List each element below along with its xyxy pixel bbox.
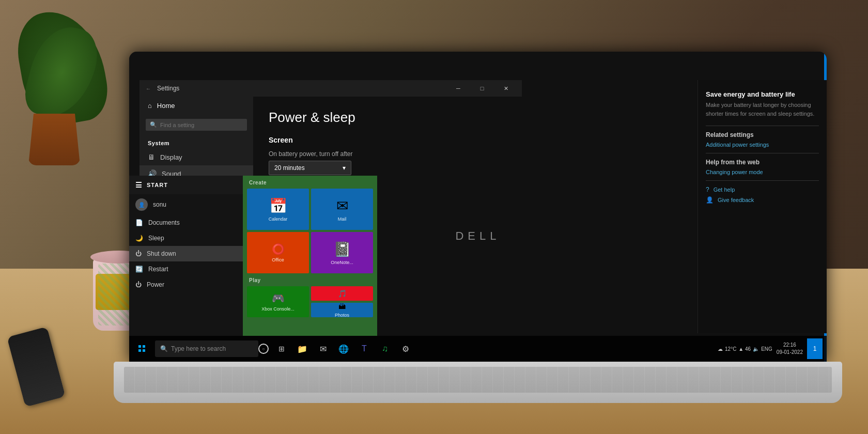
cloud-icon: ☁: [718, 346, 723, 352]
teams-icon[interactable]: T: [354, 338, 375, 359]
calendar-tile[interactable]: 📅 Calendar: [247, 189, 309, 230]
display-label: Display: [160, 153, 182, 161]
sleep-item[interactable]: 🌙 Sleep: [129, 230, 243, 246]
display-icon: 🖥: [148, 153, 155, 161]
sidebar-item-display[interactable]: 🖥 Display: [140, 149, 253, 165]
search-input[interactable]: [160, 122, 243, 128]
plant-decoration: [10, 10, 114, 165]
laptop-keyboard: [124, 367, 832, 393]
page-title: Power & sleep: [269, 110, 506, 126]
photos-tile[interactable]: 🏔 Photos: [311, 303, 373, 317]
start-menu-tiles: Create 📅 Calendar ✉ Mail ⭕: [243, 176, 377, 336]
spotify-icon[interactable]: ♫: [375, 338, 395, 359]
laptop: ← Settings ─ □ ✕: [129, 52, 827, 403]
sleep-label: Sleep: [148, 235, 164, 242]
changing-power-mode-link[interactable]: Changing power mode: [706, 169, 819, 175]
home-label: Home: [157, 102, 175, 110]
mail-tile[interactable]: ✉ Mail: [311, 189, 373, 230]
documents-icon: 📄: [135, 219, 143, 226]
cortana-icon: ○: [262, 347, 265, 351]
date-display: 09-01-2022: [777, 349, 803, 356]
titlebar-controls: ─ □ ✕: [446, 80, 518, 97]
home-icon: ⌂: [148, 102, 152, 110]
mail-taskbar-glyph: ✉: [320, 344, 327, 354]
office-label: Office: [272, 257, 284, 262]
mail-icon: ✉: [336, 197, 348, 214]
battery-value: 20 minutes: [274, 164, 305, 172]
task-view-button[interactable]: ⊞: [271, 338, 292, 359]
notification-button[interactable]: 1: [807, 338, 823, 359]
taskbar: 🔍 Type here to search ○ ⊞ 📁: [129, 336, 827, 362]
close-button[interactable]: ✕: [494, 80, 518, 97]
taskbar-search-icon: 🔍: [160, 345, 168, 352]
volume-icon[interactable]: 🔈: [753, 346, 759, 352]
divider-3: [706, 180, 819, 181]
get-help-item[interactable]: ? Get help: [706, 186, 819, 193]
calendar-label: Calendar: [269, 216, 288, 222]
window-title: Settings: [157, 85, 179, 92]
search-box[interactable]: 🔍: [146, 119, 247, 131]
temperature-display: 12°C: [725, 346, 736, 352]
maximize-button[interactable]: □: [470, 80, 494, 97]
gear-icon: ⚙: [402, 344, 409, 354]
groove-tile[interactable]: 🎵: [311, 286, 373, 301]
edge-icon[interactable]: 🌐: [333, 338, 354, 359]
battery-chevron-icon: ▾: [343, 164, 346, 172]
screen-content: ← Settings ─ □ ✕: [129, 52, 827, 362]
minimize-button[interactable]: ─: [446, 80, 470, 97]
play-tiles-grid: 🎮 Xbox Console... 🎵 🏔 Photos: [247, 286, 373, 317]
shutdown-label: Shut down: [147, 250, 176, 257]
documents-item[interactable]: 📄 Documents: [129, 215, 243, 230]
onenote-label: OneNote...: [331, 260, 353, 265]
taskbar-search-box[interactable]: 🔍 Type here to search: [155, 340, 258, 357]
laptop-base: [114, 362, 842, 403]
additional-power-settings-link[interactable]: Additional power settings: [706, 142, 819, 148]
office-tile[interactable]: ⭕ Office: [247, 232, 309, 273]
browser-icon: 🌐: [338, 344, 349, 354]
hamburger-icon[interactable]: ☰: [135, 181, 143, 189]
sidebar-home-item[interactable]: ⌂ Home: [140, 97, 253, 115]
sidebar-section-label: System: [140, 135, 253, 149]
dell-logo: DELL: [455, 229, 500, 243]
get-help-link[interactable]: Get help: [714, 187, 735, 193]
battery-dropdown[interactable]: 20 minutes ▾: [269, 161, 351, 175]
power-item[interactable]: ⏻ Power: [129, 277, 243, 292]
settings-icon-taskbar[interactable]: ⚙: [395, 338, 416, 359]
xbox-icon: 🎮: [272, 292, 285, 304]
create-section-label: Create: [247, 180, 373, 185]
back-button[interactable]: ←: [144, 86, 153, 91]
laptop-screen: ← Settings ─ □ ✕: [129, 52, 827, 362]
start-label: START: [147, 182, 168, 188]
give-feedback-link[interactable]: Give feedback: [718, 197, 754, 203]
lang-display: ENG: [761, 346, 772, 352]
settings-titlebar: ← Settings ─ □ ✕: [140, 80, 522, 97]
windows-logo-icon: [138, 345, 146, 352]
restart-icon: 🔄: [135, 266, 143, 273]
office-icon: ⭕: [272, 243, 285, 255]
related-settings-label: Related settings: [706, 131, 819, 138]
give-feedback-item[interactable]: 👤 Give feedback: [706, 196, 819, 204]
start-menu-left: ☰ START 👤 sonu 📄 Documents 🌙: [129, 176, 243, 336]
create-tiles-grid: 📅 Calendar ✉ Mail ⭕ Office: [247, 189, 373, 273]
save-energy-title: Save energy and battery life: [706, 90, 819, 98]
system-clock[interactable]: 22:16 09-01-2022: [774, 340, 805, 357]
photos-label: Photos: [335, 313, 349, 318]
time-display: 22:16: [777, 342, 803, 349]
user-avatar: 👤: [135, 198, 148, 211]
search-icon: 🔍: [150, 121, 157, 128]
restart-item[interactable]: 🔄 Restart: [129, 261, 243, 277]
get-help-icon: ?: [706, 186, 709, 193]
onenote-tile[interactable]: 📓 OneNote...: [311, 232, 373, 273]
file-explorer-icon[interactable]: 📁: [292, 338, 313, 359]
mail-taskbar-icon[interactable]: ✉: [313, 338, 333, 359]
help-from-web-label: Help from the web: [706, 159, 819, 166]
xbox-tile[interactable]: 🎮 Xbox Console...: [247, 286, 309, 317]
cortana-button[interactable]: ○: [258, 344, 269, 354]
start-button[interactable]: [129, 336, 155, 362]
user-profile-item[interactable]: 👤 sonu: [129, 194, 243, 215]
restart-label: Restart: [148, 266, 168, 273]
shutdown-item[interactable]: ⏻ Shut down: [129, 246, 243, 261]
background: ← Settings ─ □ ✕: [0, 0, 868, 434]
screen-section-title: Screen: [269, 136, 506, 144]
divider-2: [706, 153, 819, 153]
